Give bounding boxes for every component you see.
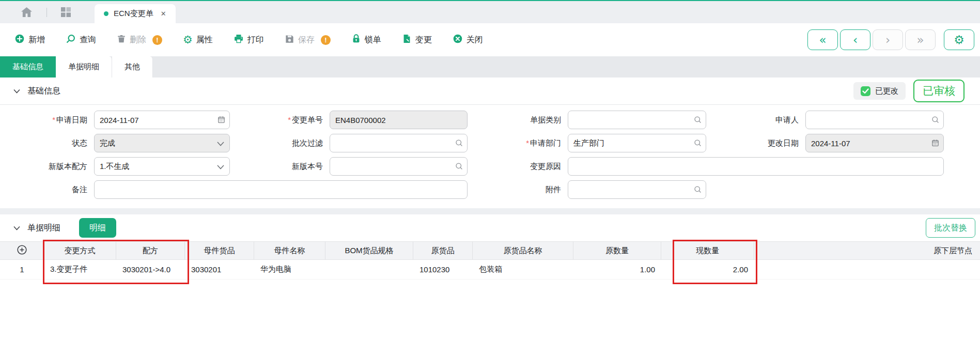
home-icon[interactable] bbox=[21, 7, 33, 18]
col-header-bom-spec[interactable]: BOM货品规格 bbox=[325, 242, 413, 259]
calendar-icon[interactable] bbox=[217, 116, 225, 123]
change-reason-label: 变更原因 bbox=[468, 157, 568, 176]
close-circle-icon bbox=[453, 34, 463, 46]
delete-button[interactable]: 删除 ! bbox=[117, 34, 162, 46]
last-record-button[interactable]: » bbox=[905, 29, 936, 50]
col-header-orig-item-name[interactable]: 原货品名称 bbox=[473, 242, 573, 259]
cell-current-qty[interactable]: 2.00 bbox=[661, 260, 754, 279]
applicant-input[interactable] bbox=[805, 111, 944, 129]
save-button[interactable]: 保存 ! bbox=[285, 34, 331, 46]
row-number-cell: 1 bbox=[0, 260, 44, 279]
attachment-input[interactable] bbox=[568, 180, 706, 199]
table-row[interactable]: 1 3.变更子件 3030201->4.0 3030201 华为电脑 10102… bbox=[0, 260, 980, 280]
print-button[interactable]: 打印 bbox=[234, 34, 264, 46]
cell-orig-child-node[interactable] bbox=[754, 260, 980, 279]
tab-other[interactable]: 其他 bbox=[112, 56, 153, 78]
remark-field bbox=[94, 180, 468, 199]
collapse-chevron-icon[interactable] bbox=[13, 89, 20, 94]
apply-date-input[interactable] bbox=[94, 111, 230, 129]
cell-parent-item[interactable]: 3030201 bbox=[185, 260, 254, 279]
add-row-cell[interactable] bbox=[0, 242, 44, 259]
circle-plus-icon[interactable] bbox=[17, 244, 27, 257]
new-version-no-input[interactable] bbox=[330, 157, 468, 176]
cell-orig-qty[interactable]: 1.00 bbox=[573, 260, 661, 279]
change-no-label: *变更单号 bbox=[230, 111, 330, 129]
tab-basic-info[interactable]: 基础信息 bbox=[0, 56, 56, 78]
cell-orig-item[interactable]: 1010230 bbox=[413, 260, 473, 279]
cell-orig-item-name[interactable]: 包装箱 bbox=[473, 260, 573, 279]
apply-dept-input[interactable] bbox=[568, 134, 706, 152]
detail-table: 变更方式 配方 母件货品 母件名称 BOM货品规格 原货品 原货品名称 原数量 … bbox=[0, 241, 980, 280]
col-header-formula[interactable]: 配方 bbox=[116, 242, 185, 259]
new-version-no-field bbox=[330, 157, 468, 176]
col-header-parent-name[interactable]: 母件名称 bbox=[254, 242, 325, 259]
save-icon bbox=[285, 34, 294, 46]
apps-grid-icon[interactable] bbox=[61, 7, 71, 17]
tab-doc-detail[interactable]: 单据明细 bbox=[56, 56, 112, 78]
change-no-field bbox=[330, 111, 468, 129]
batch-filter-field bbox=[330, 134, 468, 152]
apply-date-field bbox=[94, 111, 230, 129]
cell-formula[interactable]: 3030201->4.0 bbox=[116, 260, 185, 279]
search-icon[interactable] bbox=[694, 139, 702, 147]
cell-change-method[interactable]: 3.变更子件 bbox=[44, 260, 116, 279]
change-reason-input[interactable] bbox=[568, 157, 944, 176]
batch-replace-button[interactable]: 批次替换 bbox=[926, 218, 975, 238]
remark-input[interactable] bbox=[94, 180, 468, 199]
chevron-down-icon bbox=[217, 139, 224, 148]
record-nav-group: « ‹ › » ⚙ bbox=[805, 29, 974, 50]
new-version-formula-select[interactable]: 1.不生成 bbox=[94, 157, 230, 176]
basic-info-section-header: 基础信息 已更改 已审核 bbox=[0, 78, 980, 105]
doc-edit-icon bbox=[402, 34, 412, 46]
applicant-label: 申请人 bbox=[706, 111, 805, 129]
detail-button[interactable]: 明细 bbox=[79, 218, 116, 238]
changed-badge-label: 已更改 bbox=[875, 86, 898, 96]
col-header-orig-item[interactable]: 原货品 bbox=[413, 242, 473, 259]
doc-type-input[interactable] bbox=[568, 111, 706, 129]
col-header-current-qty[interactable]: 现数量 bbox=[661, 242, 754, 259]
lock-button[interactable]: 锁单 bbox=[351, 34, 381, 46]
batch-filter-input[interactable] bbox=[330, 134, 468, 152]
query-button[interactable]: 查询 bbox=[66, 34, 96, 46]
properties-button[interactable]: ⚙ 属性 bbox=[183, 35, 213, 45]
next-record-button[interactable]: › bbox=[873, 29, 903, 50]
settings-button[interactable]: ⚙ bbox=[944, 29, 974, 50]
change-button[interactable]: 变更 bbox=[402, 34, 432, 46]
prev-record-button[interactable]: ‹ bbox=[840, 29, 870, 50]
view-tabstrip: 基础信息 单据明细 其他 bbox=[0, 56, 980, 78]
new-version-formula-value: 1.不生成 bbox=[100, 162, 217, 172]
trash-icon bbox=[117, 34, 126, 46]
gear-icon: ⚙ bbox=[183, 35, 193, 45]
col-header-parent-item[interactable]: 母件货品 bbox=[185, 242, 254, 259]
printer-icon bbox=[234, 34, 244, 46]
col-header-orig-child-node[interactable]: 原下层节点 bbox=[754, 242, 980, 259]
section-title: 单据明细 bbox=[27, 223, 60, 234]
lock-icon bbox=[351, 34, 361, 46]
close-button[interactable]: 关闭 bbox=[453, 34, 483, 46]
new-version-no-label: 新版本号 bbox=[230, 157, 330, 176]
doc-tab-ecn[interactable]: ECN变更单 ✕ bbox=[95, 4, 176, 23]
search-icon[interactable] bbox=[455, 162, 463, 170]
table-header-row: 变更方式 配方 母件货品 母件名称 BOM货品规格 原货品 原货品名称 原数量 … bbox=[0, 242, 980, 260]
modify-date-input bbox=[805, 134, 944, 152]
add-button[interactable]: 新增 bbox=[14, 34, 45, 46]
col-header-orig-qty[interactable]: 原数量 bbox=[573, 242, 661, 259]
search-icon[interactable] bbox=[694, 116, 702, 123]
search-icon[interactable] bbox=[694, 185, 702, 193]
status-select[interactable]: 完成 bbox=[94, 134, 230, 152]
changed-badge: 已更改 bbox=[853, 82, 906, 100]
chevron-down-icon bbox=[217, 162, 224, 171]
cell-bom-spec[interactable] bbox=[325, 260, 413, 279]
first-record-button[interactable]: « bbox=[807, 29, 838, 50]
attachment-label: 附件 bbox=[468, 180, 568, 199]
modify-date-label: 更改日期 bbox=[706, 134, 805, 152]
checkbox-checked-icon[interactable] bbox=[861, 86, 870, 96]
search-icon[interactable] bbox=[931, 116, 939, 123]
collapse-chevron-icon[interactable] bbox=[13, 226, 20, 230]
basic-info-form: *申请日期 *变更单号 单据类别 申请人 状态 完成 批次过滤 *申 bbox=[0, 105, 980, 208]
search-icon[interactable] bbox=[455, 139, 463, 147]
status-value: 完成 bbox=[100, 138, 217, 148]
tab-close-icon[interactable]: ✕ bbox=[161, 10, 166, 18]
col-header-change-method[interactable]: 变更方式 bbox=[44, 242, 116, 259]
cell-parent-name[interactable]: 华为电脑 bbox=[254, 260, 325, 279]
